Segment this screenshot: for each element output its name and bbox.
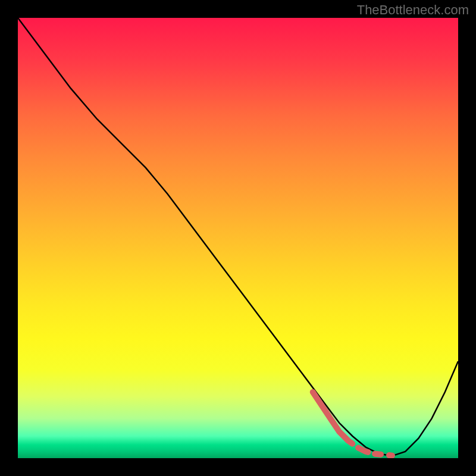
- chart-plot-area: [18, 18, 458, 458]
- bottleneck-curve: [18, 18, 458, 456]
- optimum-marker: [313, 392, 392, 456]
- chart-curve-svg: [18, 18, 458, 458]
- watermark-text: TheBottleneck.com: [357, 2, 469, 18]
